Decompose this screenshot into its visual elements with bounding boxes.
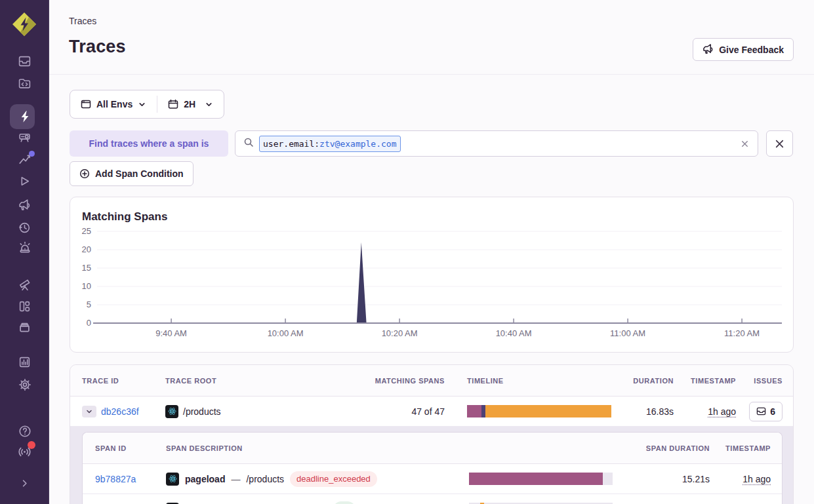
span-op: pageload [185, 474, 225, 484]
react-platform-icon [165, 405, 178, 418]
stats-icon[interactable] [0, 356, 49, 368]
discover-telescope-icon[interactable] [0, 278, 49, 291]
col-span-timestamp: Timestamp [710, 444, 771, 452]
col-span-description: Span Description [166, 444, 613, 452]
dashboards-icon[interactable] [0, 300, 49, 313]
sentry-logo-icon[interactable] [9, 9, 39, 39]
span-status-badge: ok [333, 501, 356, 504]
issues-icon[interactable] [0, 55, 49, 68]
react-platform-icon [166, 473, 179, 486]
expanded-trace-section: Span ID Span Description Span Duration T… [70, 427, 793, 504]
help-icon[interactable] [0, 425, 49, 438]
trace-timestamp: 1h ago [708, 406, 736, 417]
settings-gear-icon[interactable] [0, 378, 49, 391]
separator: — [231, 474, 240, 484]
chevron-down-icon [138, 100, 146, 109]
svg-text:9:40 AM: 9:40 AM [155, 328, 187, 338]
trace-root-name: /products [183, 406, 221, 417]
span-search-input[interactable]: user.email:ztv@example.com [235, 130, 758, 157]
spans-table-header: Span ID Span Description Span Duration T… [83, 433, 782, 464]
sidebar-collapse-icon[interactable] [0, 478, 49, 489]
header-divider [49, 74, 814, 75]
replays-projector-icon[interactable] [0, 131, 49, 144]
user-feedback-megaphone-icon[interactable] [0, 199, 49, 212]
svg-text:20: 20 [82, 244, 91, 254]
environment-selector[interactable]: All Envs [70, 90, 157, 118]
col-timestamp: Timestamp [674, 377, 736, 385]
svg-text:11:00 AM: 11:00 AM [610, 328, 645, 338]
remove-condition-button[interactable] [766, 130, 793, 157]
megaphone-icon [702, 44, 714, 55]
releases-play-icon[interactable] [0, 175, 49, 187]
span-duration: 15.21s [613, 474, 710, 484]
svg-text:25: 25 [82, 226, 91, 236]
span-status-badge: deadline_exceeded [290, 471, 377, 487]
give-feedback-button[interactable]: Give Feedback [693, 38, 794, 61]
svg-text:10:00 AM: 10:00 AM [268, 328, 304, 338]
crons-history-icon[interactable] [0, 222, 49, 234]
span-row[interactable]: 9b78827a pageload — /products deadline_e… [83, 464, 782, 494]
whats-new-broadcast-icon[interactable] [0, 445, 49, 459]
col-span-id: Span ID [95, 444, 166, 452]
close-icon [774, 138, 785, 149]
insights-notification-dot [29, 151, 35, 157]
collapse-trace-icon[interactable] [82, 406, 96, 417]
span-timestamp: 1h ago [743, 474, 771, 484]
span-row[interactable]: b7a7e441 http.server — GET /organization… [83, 494, 782, 504]
spans-subtable: Span ID Span Description Span Duration T… [82, 432, 783, 504]
col-duration: Duration [618, 377, 674, 385]
calendar-icon [168, 99, 178, 109]
breadcrumb[interactable]: Traces [69, 16, 96, 26]
trace-id-link[interactable]: db26c36f [101, 406, 139, 417]
svg-text:10:20 AM: 10:20 AM [382, 328, 418, 338]
matching-spans-count: 47 of 47 [363, 406, 445, 417]
col-span-duration: Span Duration [613, 444, 710, 452]
traces-table-header: Trace ID Trace Root Matching Spans Timel… [70, 365, 793, 397]
page-title: Traces [69, 37, 126, 57]
search-filter-token[interactable]: user.email:ztv@example.com [259, 136, 401, 152]
svg-text:11:20 AM: 11:20 AM [724, 328, 760, 338]
traces-table-panel: Trace ID Trace Root Matching Spans Timel… [70, 364, 794, 504]
archive-stack-icon[interactable] [0, 320, 49, 334]
matching-spans-chart-panel: Matching Spans 9:40 AM10:00 AM10:20 AM10… [70, 197, 794, 353]
svg-text:10:40 AM: 10:40 AM [496, 328, 532, 338]
span-description: /products [246, 474, 284, 484]
date-range-selector[interactable]: 2H [157, 90, 224, 118]
token-value: ztv@example.com [319, 139, 396, 149]
search-icon [243, 137, 254, 150]
col-trace-root: Trace Root [165, 377, 363, 385]
chart-title: Matching Spans [82, 210, 167, 223]
window-icon [81, 99, 91, 109]
col-timeline: Timeline [445, 377, 618, 385]
span-timeline-bar [469, 473, 613, 485]
span-condition-label: Find traces where a span is [70, 130, 228, 157]
token-key: user.email: [263, 139, 319, 149]
trace-duration: 16.83s [618, 406, 674, 417]
col-issues: Issues [736, 377, 783, 385]
alerts-siren-icon[interactable] [0, 241, 49, 254]
trace-issues-button[interactable]: 6 [749, 402, 783, 421]
col-trace-id: Trace ID [82, 377, 165, 385]
insights-chart-icon[interactable] [0, 153, 49, 166]
svg-text:10: 10 [82, 281, 91, 291]
chevron-down-icon [205, 100, 213, 109]
svg-text:15: 15 [82, 263, 91, 273]
explore-traces-icon[interactable] [0, 110, 49, 123]
whats-new-notification-dot [28, 441, 35, 449]
matching-spans-chart: 9:40 AM10:00 AM10:20 AM10:40 AM11:00 AM1… [81, 223, 783, 348]
sidebar [0, 0, 49, 504]
col-matching-spans: Matching Spans [363, 377, 445, 385]
projects-icon[interactable] [0, 77, 49, 90]
svg-text:0: 0 [87, 318, 91, 328]
trace-row[interactable]: db26c36f /products 47 of 47 16.83s 1h ag… [70, 397, 793, 427]
clear-search-icon[interactable] [740, 139, 750, 149]
span-id-link[interactable]: 9b78827a [95, 474, 136, 484]
plus-circle-icon [79, 168, 90, 179]
issues-inbox-icon [756, 406, 766, 416]
page-filter-bar: All Envs 2H [70, 90, 224, 119]
trace-timeline-bar [467, 405, 611, 417]
svg-text:5: 5 [87, 300, 91, 309]
add-span-condition-button[interactable]: Add Span Condition [70, 161, 193, 186]
